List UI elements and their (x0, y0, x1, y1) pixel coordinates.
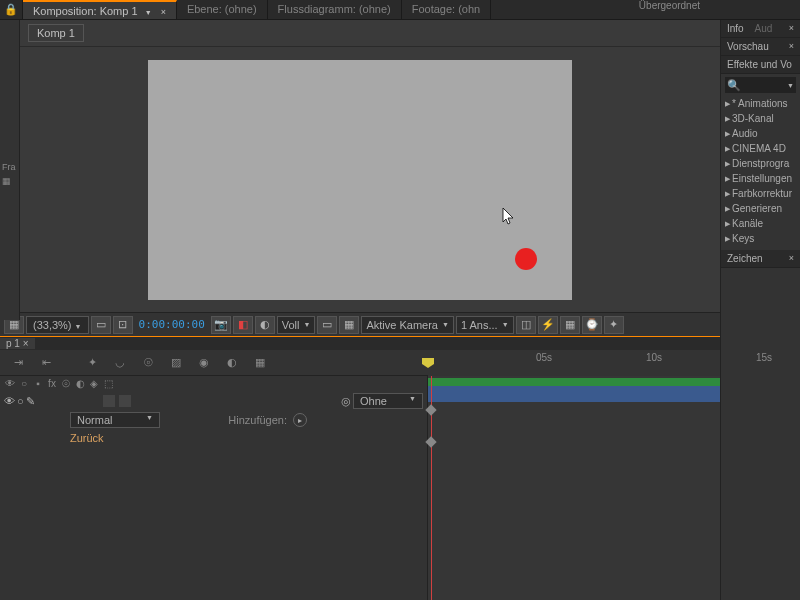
panel-effects[interactable]: Effekte und Vo (721, 56, 800, 74)
property-row[interactable]: Zurück (0, 430, 427, 446)
fx-col-icon[interactable]: fx (46, 378, 58, 390)
tool-blend-icon[interactable]: ◉ (194, 353, 214, 373)
tab-layer[interactable]: Ebene: (ohne) (177, 0, 268, 19)
pixel-icon[interactable]: ◫ (516, 316, 536, 334)
timecode[interactable]: 0:00:00:00 (135, 318, 209, 331)
tool-expand-icon[interactable]: ⇥ (8, 353, 28, 373)
effects-search: 🔍▼ (721, 74, 800, 96)
timeline-panel: ⇥ ⇤ ✦ ◡ ⦾ ▨ ◉ ◐ ▦ 05s 10s 15s (0, 350, 720, 600)
3d-col-icon[interactable]: ◈ (88, 378, 100, 390)
composition-viewer[interactable] (0, 47, 720, 312)
time-ruler[interactable]: 05s 10s 15s (428, 350, 720, 376)
swatch[interactable] (119, 395, 131, 407)
tool-motion-icon[interactable]: ◐ (222, 353, 242, 373)
tool-expand2-icon[interactable]: ⇤ (36, 353, 56, 373)
tool-blur-icon[interactable]: ⦾ (138, 353, 158, 373)
panel-draw[interactable]: Zeichen× (721, 250, 800, 268)
layer-bar[interactable] (428, 386, 720, 402)
add-button[interactable]: ▸ (293, 413, 307, 427)
panel-preview[interactable]: Vorschau× (721, 38, 800, 56)
pen-icon[interactable]: ✎ (26, 395, 35, 408)
views-dropdown[interactable]: 1 Ans...▼ (456, 316, 514, 334)
timeline-tabs: p 1 × (0, 336, 720, 350)
category-einstellungen[interactable]: ▶Einstellungen (721, 171, 800, 186)
category-animations[interactable]: ▶* Animations (721, 96, 800, 111)
close-icon[interactable]: × (789, 41, 794, 51)
lock-col-icon[interactable]: ▪ (32, 378, 44, 390)
channel-icon[interactable]: ◧ (233, 316, 253, 334)
search-icon: 🔍 (727, 79, 741, 92)
keyframe-icon[interactable] (425, 404, 436, 415)
tab-composition[interactable]: Komposition: Komp 1 ▼ × (23, 0, 177, 19)
close-icon[interactable]: × (161, 7, 166, 17)
ruler-tick: 15s (756, 352, 772, 363)
close-icon[interactable]: × (23, 338, 29, 349)
tool-shy-icon[interactable]: ◡ (110, 353, 130, 373)
playhead[interactable] (428, 358, 434, 368)
timeline-tools: ⇥ ⇤ ✦ ◡ ⦾ ▨ ◉ ◐ ▦ 05s 10s 15s (0, 350, 720, 376)
timeline-tracks[interactable] (428, 376, 720, 600)
fast-icon[interactable]: ⚡ (538, 316, 558, 334)
zoom-dropdown[interactable]: (33,3%) ▼ (26, 316, 89, 334)
panel-info[interactable]: Info× Aud (721, 20, 800, 38)
category-dienst[interactable]: ▶Dienstprogra (721, 156, 800, 171)
parent-dropdown[interactable]: ◎ Ohne▼ (341, 393, 423, 409)
transparency-icon[interactable]: ▦ (339, 316, 359, 334)
solo-icon[interactable]: ○ (17, 395, 24, 408)
category-farbkorrektur[interactable]: ▶Farbkorrektur (721, 186, 800, 201)
tab-flowchart[interactable]: Flussdiagramm: (ohne) (268, 0, 402, 19)
mask-icon[interactable]: ◐ (255, 316, 275, 334)
ruler-tick: 10s (646, 352, 662, 363)
eye-icon[interactable]: 👁 (4, 395, 15, 408)
safe-icon[interactable]: ⊡ (113, 316, 133, 334)
tab-label: Komposition: Komp 1 (33, 5, 138, 17)
tool-graph-icon[interactable]: ▨ (166, 353, 186, 373)
category-audio[interactable]: ▶Audio (721, 126, 800, 141)
swatch[interactable] (103, 395, 115, 407)
dof-icon[interactable]: ▦ (560, 316, 580, 334)
comp-name[interactable]: Komp 1 (28, 24, 84, 42)
viewer-toolbar: ▦ (33,3%) ▼ ▭ ⊡ 0:00:00:00 📷 ◧ ◐ Voll▼ ▭… (0, 312, 720, 336)
mode-row: Normal▼ Hinzufügen: ▸ (0, 410, 427, 430)
chevron-down-icon[interactable]: ▼ (145, 9, 152, 16)
camera-dropdown[interactable]: Aktive Kamera▼ (361, 316, 453, 334)
tool-brain-icon[interactable]: ▦ (250, 353, 270, 373)
snapshot-icon[interactable]: 📷 (211, 316, 231, 334)
canvas[interactable] (148, 60, 572, 300)
comp-breadcrumb: Komp 1 (20, 20, 720, 47)
tab-footage[interactable]: Footage: (ohn (402, 0, 492, 19)
layer-columns: 👁 ○ ▪ fx ⦾ ◐ ◈ ⬚ Übergeordnet (0, 376, 427, 392)
timeline-tab[interactable]: p 1 × (0, 338, 35, 349)
category-cinema4d[interactable]: ▶CINEMA 4D (721, 141, 800, 156)
right-panels: Info× Aud Vorschau× Effekte und Vo 🔍▼ ▶*… (720, 20, 800, 600)
roi-icon[interactable]: ▭ (317, 316, 337, 334)
cursor-icon (502, 208, 516, 228)
ruler-tick: 05s (536, 352, 552, 363)
category-kanale[interactable]: ▶Kanäle (721, 216, 800, 231)
blur-col-icon[interactable]: ⦾ (60, 378, 72, 390)
search-input[interactable]: 🔍▼ (725, 77, 796, 93)
layer-row[interactable]: 👁 ○ ✎ ◎ Ohne▼ (0, 392, 427, 410)
keyframe-icon[interactable] (425, 436, 436, 447)
parent-header: Übergeordnet (639, 0, 700, 11)
adj-col-icon[interactable]: ◐ (74, 378, 86, 390)
cube-col-icon[interactable]: ⬚ (102, 378, 114, 390)
close-icon[interactable]: × (789, 253, 794, 263)
add-label: Hinzufügen: (228, 414, 287, 426)
category-generieren[interactable]: ▶Generieren (721, 201, 800, 216)
blend-mode-dropdown[interactable]: Normal▼ (70, 412, 160, 428)
category-3d-channel[interactable]: ▶3D-Kanal (721, 111, 800, 126)
eye-col-icon[interactable]: 👁 (4, 378, 16, 390)
close-icon[interactable]: × (789, 23, 794, 33)
pickwhip-icon[interactable]: ◎ (341, 395, 351, 408)
category-keys[interactable]: ▶Keys (721, 231, 800, 246)
rect-icon[interactable]: ▭ (91, 316, 111, 334)
tool-star-icon[interactable]: ✦ (82, 353, 102, 373)
timeline-icon[interactable]: ⌚ (582, 316, 602, 334)
refresh-icon[interactable]: ✦ (604, 316, 624, 334)
work-area[interactable] (428, 378, 720, 386)
lock-icon[interactable]: 🔒 (0, 0, 23, 19)
resolution-dropdown[interactable]: Voll▼ (277, 316, 316, 334)
solo-col-icon[interactable]: ○ (18, 378, 30, 390)
shape-red-circle[interactable] (515, 248, 537, 270)
